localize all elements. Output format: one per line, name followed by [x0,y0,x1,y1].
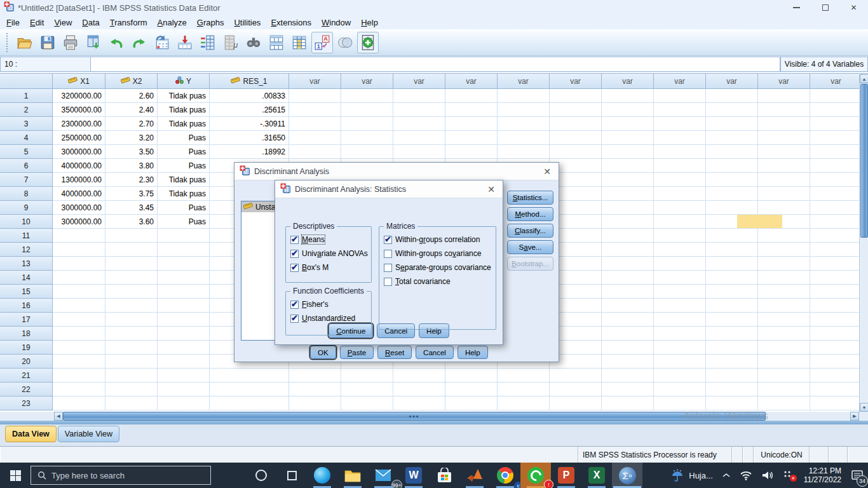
column-header-y[interactable]: Y [158,73,210,89]
empty-cell[interactable] [810,145,862,159]
empty-cell[interactable] [602,89,654,103]
taskbar-app-mail[interactable]: 99+ [368,463,398,488]
empty-cell[interactable] [393,396,445,410]
empty-cell[interactable] [810,131,862,145]
empty-cell[interactable] [758,369,810,383]
empty-cell[interactable] [602,131,654,145]
data-cell[interactable]: -.30911 [210,117,289,131]
data-cell[interactable] [158,327,210,341]
empty-cell[interactable] [706,383,758,396]
empty-cell[interactable] [706,159,758,173]
empty-cell[interactable] [810,173,862,187]
taskbar-app-word[interactable]: W [398,463,429,488]
data-cell[interactable]: 3200000.00 [53,89,105,103]
empty-cell[interactable] [758,271,810,285]
empty-cell[interactable] [810,299,862,313]
data-cell[interactable] [210,369,289,383]
empty-cell[interactable] [445,103,498,117]
data-cell[interactable] [158,243,210,257]
data-cell[interactable]: Puas [158,145,210,159]
minimize-icon[interactable] [782,0,811,15]
volume-icon[interactable] [757,463,778,488]
data-cell[interactable] [53,355,105,369]
row-number[interactable]: 12 [0,243,53,257]
data-cell[interactable] [53,327,105,341]
row-number[interactable]: 20 [0,355,53,369]
empty-cell[interactable] [654,173,706,187]
checkbox-box-s-m[interactable]: Box's M [290,263,369,272]
data-cell[interactable] [158,313,210,327]
empty-cell[interactable] [758,257,810,271]
data-cell[interactable]: 3500000.00 [53,103,105,117]
data-cell[interactable]: 3.75 [105,187,158,201]
empty-cell[interactable] [289,396,341,410]
empty-cell[interactable] [706,396,758,410]
menu-item-graphs[interactable]: Graphs [196,17,233,29]
data-cell[interactable] [105,257,158,271]
redo-icon[interactable] [128,32,150,53]
menu-item-analyze[interactable]: Analyze [156,17,196,29]
empty-cell[interactable] [602,201,654,215]
row-number[interactable]: 1 [0,89,53,103]
data-cell[interactable]: Puas [158,159,210,173]
data-cell[interactable]: Tidak puas [158,103,210,117]
empty-cell[interactable] [341,131,393,145]
empty-cell[interactable] [706,271,758,285]
data-cell[interactable] [105,285,158,299]
weather-label[interactable]: Huja... [689,463,717,488]
empty-cell[interactable] [810,243,862,257]
empty-cell[interactable] [445,383,498,396]
empty-cell[interactable] [445,145,498,159]
print-icon[interactable] [60,32,81,53]
empty-cell[interactable] [706,145,758,159]
empty-cell[interactable] [654,131,706,145]
row-number[interactable]: 23 [0,396,53,410]
taskbar-search-input[interactable]: Type here to search [31,466,211,485]
empty-cell[interactable] [706,285,758,299]
data-cell[interactable]: 2.40 [105,103,158,117]
empty-cell[interactable] [706,257,758,271]
cell-editor[interactable] [91,57,780,72]
empty-cell[interactable] [758,131,810,145]
data-cell[interactable]: 3.50 [105,145,158,159]
menu-item-help[interactable]: Help [360,17,387,29]
checkbox-icon[interactable] [290,301,299,309]
empty-cell[interactable] [602,383,654,396]
find-icon[interactable] [243,32,264,53]
empty-cell[interactable] [498,145,550,159]
empty-cell[interactable] [654,285,706,299]
start-button[interactable] [0,463,31,488]
data-cell[interactable]: Puas [158,131,210,145]
goto-case-icon[interactable] [151,32,173,53]
column-header-var[interactable]: var [550,73,602,89]
weight-cases-icon[interactable] [288,32,310,53]
empty-cell[interactable] [654,89,706,103]
empty-cell[interactable] [393,145,445,159]
paste-button[interactable]: Paste [340,346,374,359]
data-cell[interactable]: 3.45 [105,201,158,215]
empty-cell[interactable] [758,243,810,257]
row-number[interactable]: 10 [0,215,53,229]
empty-cell[interactable] [393,103,445,117]
data-cell[interactable] [158,355,210,369]
data-cell[interactable] [105,369,158,383]
data-cell[interactable] [158,383,210,396]
empty-cell[interactable] [602,257,654,271]
column-header-var[interactable]: var [602,73,654,89]
empty-cell[interactable] [810,396,862,410]
empty-cell[interactable] [498,131,550,145]
task-view-button[interactable] [276,463,307,488]
save-file-icon[interactable] [37,32,58,53]
empty-cell[interactable] [810,215,862,229]
checkbox-icon[interactable] [290,236,299,244]
data-cell[interactable] [53,257,105,271]
column-header-x2[interactable]: X2 [105,73,158,89]
close-icon[interactable]: ✕ [541,166,553,177]
column-header-var[interactable]: var [445,73,498,89]
empty-cell[interactable] [602,215,654,229]
empty-cell[interactable] [810,383,862,396]
data-cell[interactable] [105,243,158,257]
value-labels-icon[interactable]: A1 [311,32,333,53]
row-number[interactable]: 22 [0,383,53,396]
input-indicator-icon[interactable]: ✕ [778,463,799,488]
